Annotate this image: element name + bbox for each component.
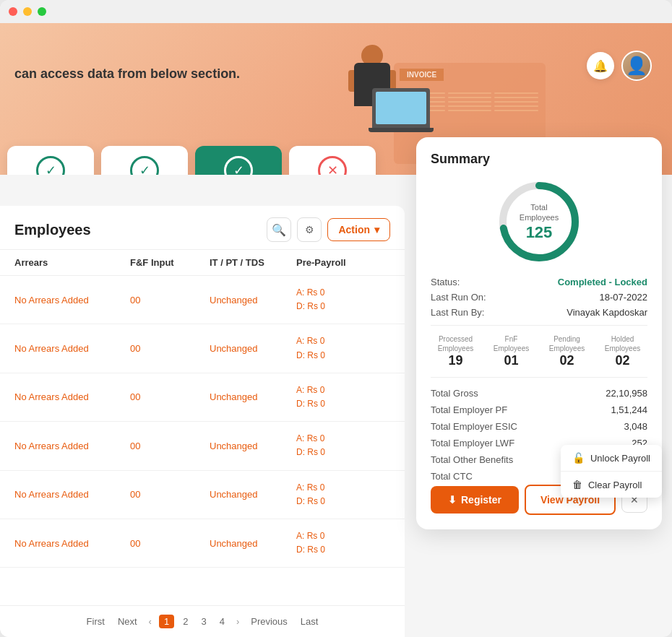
close-window-button[interactable] bbox=[9, 7, 17, 16]
pagination-page-1[interactable]: 1 bbox=[159, 615, 174, 628]
donut-center: TotalEmployees 125 bbox=[520, 202, 559, 242]
pagination-prev-arrow[interactable]: ‹ bbox=[146, 615, 155, 628]
progress-card-september22[interactable]: ✓ Completed September 22 Rs. 17,17,692 bbox=[195, 146, 282, 175]
stat-holded: HoldedEmployees 02 bbox=[598, 334, 647, 368]
pagination-page-3[interactable]: 3 bbox=[197, 615, 210, 628]
processed-label: ProcessedEmployees bbox=[431, 334, 481, 353]
pending-value: 02 bbox=[542, 353, 592, 368]
pre-payroll-cell: A: Rs 0D: Rs 0 bbox=[296, 432, 390, 459]
fin-value: 22,10,958 bbox=[606, 388, 647, 399]
bell-icon: 🔔 bbox=[593, 59, 608, 73]
register-button[interactable]: ⬇ Register bbox=[431, 486, 519, 514]
chevron-down-icon: ▾ bbox=[374, 224, 379, 235]
arrears-cell: No Arrears Added bbox=[14, 538, 130, 549]
pagination-page-4[interactable]: 4 bbox=[215, 615, 229, 628]
holded-label: HoldedEmployees bbox=[598, 334, 647, 353]
laptop-illustration bbox=[372, 88, 434, 132]
pagination-last[interactable]: Last bbox=[296, 615, 323, 628]
table-header: Arrears F&F Input IT / PT / TDS Pre-Payr… bbox=[0, 250, 405, 276]
last-run-on-label: Last Run On: bbox=[431, 292, 486, 303]
invoice-label: INVOICE bbox=[400, 69, 444, 81]
pagination-next-arrow[interactable]: › bbox=[233, 615, 242, 628]
notification-button[interactable]: 🔔 bbox=[587, 52, 614, 79]
it-pt-tds-cell: Unchanged bbox=[210, 538, 296, 549]
pagination-previous[interactable]: Previous bbox=[246, 615, 292, 628]
arrears-cell: No Arrears Added bbox=[14, 343, 130, 354]
divider-1 bbox=[431, 325, 647, 326]
pagination-page-2[interactable]: 2 bbox=[178, 615, 192, 628]
col-header-arrears: Arrears bbox=[14, 257, 130, 268]
it-pt-tds-cell: Unchanged bbox=[210, 489, 296, 500]
pre-payroll-cell: A: Rs 0D: Rs 0 bbox=[296, 481, 390, 508]
table-row[interactable]: No Arrears Added 00 Unchanged A: Rs 0D: … bbox=[0, 324, 405, 373]
filter-button[interactable]: ⚙ bbox=[297, 217, 322, 242]
pending-label: PendingEmployees bbox=[542, 334, 592, 353]
hero-text: can access data from below section. bbox=[14, 66, 240, 82]
last-run-on-row: Last Run On: 18-07-2022 bbox=[431, 292, 647, 303]
maximize-window-button[interactable] bbox=[38, 7, 46, 16]
avatar[interactable]: 👤 bbox=[621, 51, 652, 81]
total-employees-value: 125 bbox=[520, 222, 559, 241]
titlebar bbox=[0, 0, 672, 23]
processed-value: 19 bbox=[431, 353, 481, 368]
status-label: Status: bbox=[431, 277, 460, 287]
pagination: First Next ‹ 1 2 3 4 › Previous Last bbox=[0, 605, 405, 637]
ff-input-cell: 00 bbox=[130, 295, 210, 306]
col-header-it-pt-tds: IT / PT / TDS bbox=[210, 257, 296, 268]
col-header-ff-input: F&F Input bbox=[130, 257, 210, 268]
last-run-by-row: Last Run By: Vinayak Kapdoskar bbox=[431, 307, 647, 318]
table-row[interactable]: No Arrears Added 00 Unchanged A: Rs 0D: … bbox=[0, 471, 405, 519]
table-row[interactable]: No Arrears Added 00 Unchanged A: Rs 0D: … bbox=[0, 519, 405, 568]
last-run-on-value: 18-07-2022 bbox=[600, 292, 648, 303]
stat-fnf: FnFEmployees 01 bbox=[486, 334, 536, 368]
action-dropdown-button[interactable]: Action ▾ bbox=[327, 218, 390, 241]
financial-row: Total Employer ESIC 3,048 bbox=[431, 418, 647, 435]
divider-2 bbox=[431, 377, 647, 378]
clear-payroll-label: Clear Payroll bbox=[588, 480, 642, 490]
pre-payroll-cell: A: Rs 0D: Rs 0 bbox=[296, 286, 390, 313]
progress-card-april22[interactable]: ✕ Incomplete April 22 — bbox=[289, 146, 376, 175]
employees-title: Employees bbox=[14, 222, 91, 238]
search-button[interactable]: 🔍 bbox=[267, 217, 291, 242]
ff-input-cell: 00 bbox=[130, 343, 210, 354]
pagination-first[interactable]: First bbox=[82, 615, 109, 628]
search-icon: 🔍 bbox=[272, 223, 286, 237]
table-row[interactable]: No Arrears Added 00 Unchanged A: Rs 0D: … bbox=[0, 422, 405, 470]
ff-input-cell: 00 bbox=[130, 441, 210, 451]
summary-panel: Summary TotalEmployees 125 Status: Compl… bbox=[416, 137, 662, 529]
summary-title: Summary bbox=[431, 152, 647, 167]
it-pt-tds-cell: Unchanged bbox=[210, 391, 296, 402]
employees-header: Employees 🔍 ⚙ Action ▾ bbox=[0, 206, 405, 250]
it-pt-tds-cell: Unchanged bbox=[210, 295, 296, 306]
unlock-payroll-item[interactable]: 🔓 Unlock Payroll bbox=[561, 445, 662, 472]
fin-label: Total Other Benefits bbox=[431, 454, 513, 465]
completed-icon-august22: ✓ bbox=[130, 156, 159, 175]
table-body: No Arrears Added 00 Unchanged A: Rs 0D: … bbox=[0, 276, 405, 606]
minimize-window-button[interactable] bbox=[23, 7, 32, 16]
fnf-label: FnFEmployees bbox=[486, 334, 536, 353]
fnf-value: 01 bbox=[486, 353, 536, 368]
completed-icon-july22: ✓ bbox=[36, 156, 65, 175]
fin-value: 1,51,244 bbox=[611, 404, 647, 415]
progress-card-august22[interactable]: ✓ Completed August 22 Rs. 17,17,692 bbox=[101, 146, 188, 175]
total-employees-label: TotalEmployees bbox=[520, 202, 559, 223]
app-window: can access data from below section. INVO… bbox=[0, 0, 672, 637]
pre-payroll-cell: A: Rs 0D: Rs 0 bbox=[296, 529, 390, 557]
table-row[interactable]: No Arrears Added 00 Unchanged A: Rs 0D: … bbox=[0, 276, 405, 324]
status-value: Completed - Locked bbox=[558, 277, 647, 287]
stat-pending: PendingEmployees 02 bbox=[542, 334, 592, 368]
clear-payroll-item[interactable]: 🗑 Clear Payroll bbox=[561, 472, 662, 498]
incomplete-icon-april22: ✕ bbox=[318, 156, 347, 175]
financial-row: Total Employer PF 1,51,244 bbox=[431, 402, 647, 418]
ff-input-cell: 00 bbox=[130, 391, 210, 402]
donut-chart: TotalEmployees 125 bbox=[496, 178, 582, 265]
employees-section: Employees 🔍 ⚙ Action ▾ Arrears F&F Input… bbox=[0, 206, 405, 637]
lock-icon: 🔓 bbox=[572, 452, 585, 464]
progress-card-july22[interactable]: ✓ Completed July 22 Rs. 17,17,692 bbox=[7, 146, 94, 175]
pagination-next[interactable]: Next bbox=[113, 615, 142, 628]
holded-value: 02 bbox=[598, 353, 647, 368]
table-row[interactable]: No Arrears Added 00 Unchanged A: Rs 0D: … bbox=[0, 373, 405, 422]
fin-label: Total Employer LWF bbox=[431, 438, 514, 448]
last-run-by-label: Last Run By: bbox=[431, 307, 484, 318]
ff-input-cell: 00 bbox=[130, 538, 210, 549]
